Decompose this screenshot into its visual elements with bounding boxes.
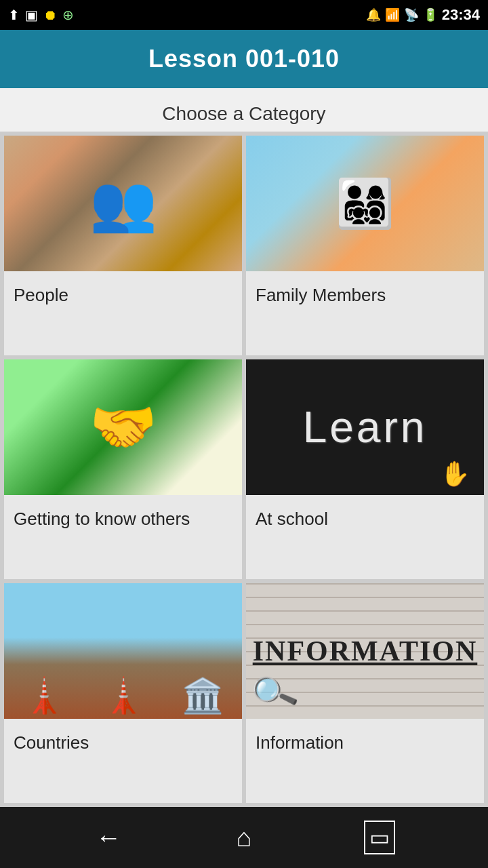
status-right-icons: 🔔 📶 📡 🔋 23:34: [366, 6, 480, 24]
learn-text: Learn: [303, 402, 428, 452]
school-image-visual: Learn ✋: [246, 359, 484, 495]
category-label-people: People: [4, 271, 242, 319]
family-image-visual: [246, 136, 484, 271]
category-card-information[interactable]: INFORMATION 🔍 Information: [246, 583, 484, 803]
category-card-people[interactable]: People: [4, 136, 242, 355]
home-button[interactable]: ⌂: [224, 817, 264, 858]
category-grid: People Family Members Getting to know ot…: [0, 132, 488, 807]
time-display: 23:34: [442, 6, 480, 24]
status-bar: ⬆ ▣ ⏺ ⊕ 🔔 📶 📡 🔋 23:34: [0, 0, 488, 30]
category-label-family-members: Family Members: [246, 271, 484, 319]
information-image-visual: INFORMATION 🔍: [246, 583, 484, 719]
battery-icon: 🔋: [423, 7, 438, 22]
status-left-icons: ⬆ ▣ ⏺ ⊕: [8, 7, 74, 23]
category-image-information: INFORMATION 🔍: [246, 583, 484, 719]
information-word: INFORMATION: [253, 635, 478, 667]
lesson-title: Lesson 001-010: [0, 45, 488, 73]
category-label-landmarks: Countries: [4, 719, 242, 766]
magnifier-icon: 🔍: [247, 667, 300, 718]
landmarks-image-visual: 🗼 🗼 🏛️: [4, 583, 242, 719]
back-icon: ←: [96, 823, 121, 852]
category-image-getting: [4, 359, 242, 495]
category-card-landmarks[interactable]: 🗼 🗼 🏛️ Countries: [4, 583, 242, 803]
usb-icon: ⬆: [8, 7, 20, 23]
bottom-navigation: ← ⌂ ▭: [0, 807, 488, 868]
landmark-colosseum: 🏛️: [182, 676, 224, 715]
getting-image-visual: [4, 359, 242, 495]
category-image-landmarks: 🗼 🗼 🏛️: [4, 583, 242, 719]
chalk-hand-icon: ✋: [440, 460, 470, 488]
category-card-getting-to-know[interactable]: Getting to know others: [4, 359, 242, 579]
landmark-tower: 🗼: [23, 676, 65, 715]
hearing-icon: 🔔: [366, 7, 381, 22]
recent-apps-button[interactable]: ▭: [359, 817, 400, 858]
app-header: Lesson 001-010: [0, 30, 488, 88]
category-card-family-members[interactable]: Family Members: [246, 136, 484, 355]
category-image-people: [4, 136, 242, 271]
landmark-eiffel: 🗼: [102, 676, 144, 715]
category-image-school: Learn ✋: [246, 359, 484, 495]
record-icon: ⏺: [43, 7, 57, 23]
wifi-icon: 📶: [385, 7, 400, 22]
speed-icon: ⊕: [62, 7, 74, 23]
category-label-at-school: At school: [246, 495, 484, 542]
image-icon: ▣: [25, 7, 38, 23]
category-card-at-school[interactable]: Learn ✋ At school: [246, 359, 484, 579]
category-label-getting-to-know: Getting to know others: [4, 495, 242, 542]
category-label-information: Information: [246, 719, 484, 766]
signal-icon: 📡: [404, 7, 419, 22]
recent-icon: ▭: [364, 821, 395, 854]
category-image-family: [246, 136, 484, 271]
home-icon: ⌂: [237, 823, 252, 852]
back-button[interactable]: ←: [88, 817, 129, 858]
page-subtitle: Choose a Category: [0, 88, 488, 132]
people-image-visual: [4, 136, 242, 271]
